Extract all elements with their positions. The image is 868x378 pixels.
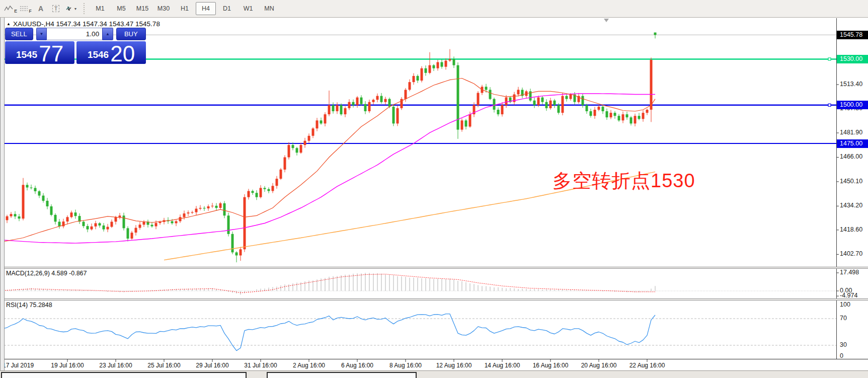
date-axis-label: 23 Jul 16:00 bbox=[96, 362, 136, 369]
chart-title-text: XAUUSD-,H4 1547.34 1547.34 1543.47 1545.… bbox=[13, 20, 160, 28]
triangle-down-icon: ▼ bbox=[39, 32, 43, 36]
price-axis-tick: 1418.60 bbox=[840, 226, 868, 233]
text-annotation-icon[interactable]: A bbox=[34, 2, 48, 15]
timeframe-button-MN[interactable]: MN bbox=[259, 2, 279, 15]
price-axis-tick: 1481.90 bbox=[840, 129, 868, 136]
volume-decrease-button[interactable]: ▼ bbox=[36, 28, 47, 40]
date-axis-label: 12 Aug 16:00 bbox=[434, 362, 474, 369]
timeframe-button-M30[interactable]: M30 bbox=[153, 2, 174, 15]
date-axis-label: 16 Aug 16:00 bbox=[530, 362, 571, 369]
buy-price-display[interactable]: 154620 bbox=[76, 41, 146, 64]
toolbar-icon-group: EFAT▼ bbox=[3, 2, 78, 15]
current-price-line-badge: 1545.78 bbox=[837, 31, 868, 39]
rsi-axis-tick: 100 bbox=[840, 301, 868, 308]
macd-indicator-label: MACD(12,26,9) 4.589 -0.867 bbox=[6, 270, 87, 277]
timeframe-button-group: M1M5M15M30H1H4D1W1MN bbox=[90, 2, 280, 15]
buy-button[interactable]: BUY bbox=[116, 28, 146, 40]
indicator-grid-icon[interactable]: F bbox=[19, 2, 33, 15]
bottom-window-fragment bbox=[267, 372, 417, 378]
date-axis-label: 31 Jul 16:00 bbox=[241, 362, 281, 369]
macd-pane bbox=[3, 273, 836, 295]
price-axis-tick: 1450.10 bbox=[840, 178, 868, 185]
rsi-indicator-label: RSI(14) 75.2848 bbox=[6, 301, 52, 309]
price-axis-tick: 1513.40 bbox=[840, 81, 868, 88]
main-price-pane bbox=[2, 33, 837, 263]
chart-shift-marker[interactable] bbox=[604, 19, 609, 22]
top-toolbar: EFAT▼ M1M5M15M30H1H4D1W1MN bbox=[0, 0, 868, 18]
support-line-1500-handle[interactable] bbox=[828, 104, 831, 106]
buy-price-big-figure: 1546 bbox=[88, 49, 109, 60]
macd-axis-tick: -4.974 bbox=[840, 292, 868, 299]
rsi-axis-tick: 70 bbox=[840, 315, 868, 322]
volume-increase-button[interactable]: ▲ bbox=[102, 28, 113, 40]
experts-chart-icon[interactable]: E bbox=[4, 2, 18, 15]
price-axis-tick: 1466.00 bbox=[840, 153, 868, 160]
chart-annotation-text[interactable]: 多空转折点1530 bbox=[553, 168, 695, 194]
bottom-window-strip bbox=[0, 370, 868, 378]
pane-separator-macd[interactable] bbox=[0, 267, 868, 269]
text-label-icon[interactable]: T bbox=[49, 2, 63, 15]
support-line-1475-badge: 1475.00 bbox=[837, 139, 868, 148]
timeframe-button-M1[interactable]: M1 bbox=[90, 2, 110, 15]
toolbar-separator bbox=[84, 3, 86, 14]
sell-price-display[interactable]: 154577 bbox=[5, 41, 74, 64]
timeframe-button-H4[interactable]: H4 bbox=[196, 2, 216, 15]
bottom-window-fragment bbox=[1, 372, 247, 378]
time-axis-line bbox=[0, 359, 868, 359]
window-left-frame bbox=[0, 17, 5, 370]
date-axis-label: 22 Aug 16:00 bbox=[627, 362, 667, 369]
date-axis-label: 6 Aug 16:00 bbox=[337, 362, 377, 369]
pane-separator-rsi[interactable] bbox=[0, 298, 868, 300]
support-line-1500-badge: 1500.00 bbox=[837, 101, 868, 109]
sell-price-pips: 77 bbox=[39, 45, 63, 63]
resistance-line-1530-handle[interactable] bbox=[828, 58, 831, 60]
macd-axis-tick: 17.498 bbox=[840, 269, 868, 276]
date-axis-label: 2 Aug 16:00 bbox=[289, 362, 329, 369]
one-click-trading-panel: SELL ▼ ▲ BUY 154577 154620 bbox=[5, 28, 146, 64]
timeframe-button-H1[interactable]: H1 bbox=[175, 2, 195, 15]
resistance-line-1530-badge: 1530.00 bbox=[837, 55, 868, 63]
date-axis-label: 20 Aug 16:00 bbox=[579, 362, 619, 369]
date-axis-label: 17 Jul 2019 bbox=[3, 362, 34, 369]
price-axis-tick: 1434.20 bbox=[840, 202, 868, 209]
timeframe-button-M5[interactable]: M5 bbox=[111, 2, 131, 15]
date-axis-label: 19 Jul 16:00 bbox=[47, 362, 88, 369]
objects-arrows-icon[interactable]: ▼ bbox=[64, 2, 78, 15]
collapse-arrow-icon[interactable]: ▲ bbox=[7, 22, 11, 26]
timeframe-button-M15[interactable]: M15 bbox=[132, 2, 152, 15]
sell-button[interactable]: SELL bbox=[5, 28, 33, 40]
date-axis-label: 8 Aug 16:00 bbox=[385, 362, 426, 369]
rsi-axis-tick: 30 bbox=[840, 341, 868, 348]
rsi-axis-tick: 0 bbox=[840, 352, 868, 359]
candles-layer bbox=[2, 33, 657, 263]
chart-title: ▲XAUUSD-,H4 1547.34 1547.34 1543.47 1545… bbox=[7, 20, 160, 28]
date-axis-label: 25 Jul 16:00 bbox=[144, 362, 184, 369]
price-axis-tick: 1402.70 bbox=[840, 250, 868, 257]
sell-price-big-figure: 1545 bbox=[16, 49, 37, 60]
timeframe-button-W1[interactable]: W1 bbox=[238, 2, 258, 15]
volume-input[interactable] bbox=[47, 28, 102, 40]
date-axis-label: 29 Jul 16:00 bbox=[192, 362, 232, 369]
rsi-pane bbox=[3, 314, 836, 351]
timeframe-button-D1[interactable]: D1 bbox=[217, 2, 237, 15]
triangle-up-icon: ▲ bbox=[106, 32, 110, 36]
buy-price-pips: 20 bbox=[110, 45, 135, 63]
date-axis-label: 14 Aug 16:00 bbox=[482, 362, 522, 369]
